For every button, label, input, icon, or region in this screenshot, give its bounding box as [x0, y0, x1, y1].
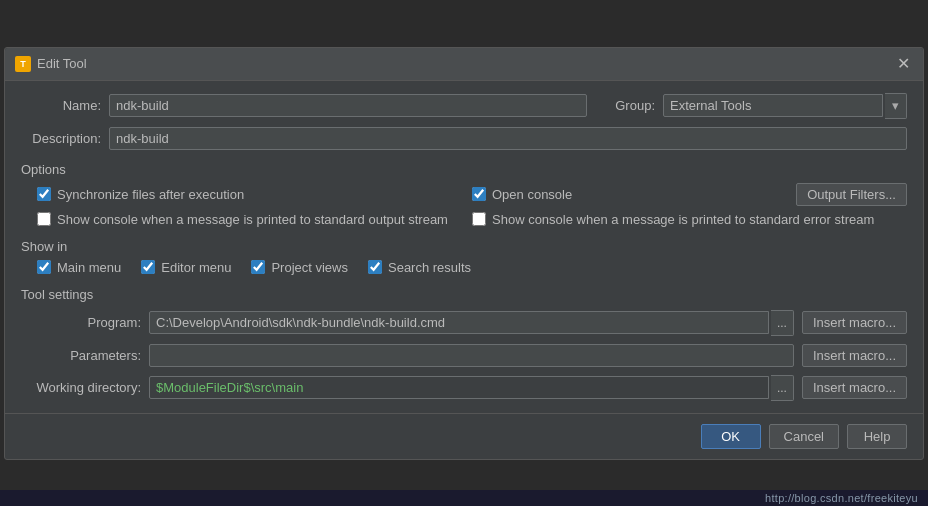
editor-menu-checkbox[interactable] — [141, 260, 155, 274]
editor-menu-item: Editor menu — [141, 260, 231, 275]
options-block: Synchronize files after execution Open c… — [21, 183, 907, 227]
working-dir-dots-button[interactable]: ... — [771, 375, 794, 401]
open-console-checkbox[interactable] — [472, 187, 486, 201]
program-input-wrap: ... — [149, 310, 794, 336]
tool-settings-section: Tool settings Program: ... Insert macro.… — [21, 283, 907, 401]
program-label: Program: — [21, 315, 141, 330]
ok-button[interactable]: OK — [701, 424, 761, 449]
show-console-stdout-label: Show console when a message is printed t… — [57, 212, 448, 227]
dialog-title: Edit Tool — [37, 56, 87, 71]
title-bar-left: T Edit Tool — [15, 56, 87, 72]
main-menu-item: Main menu — [37, 260, 121, 275]
help-button[interactable]: Help — [847, 424, 907, 449]
options-row-1: Synchronize files after execution Open c… — [37, 183, 907, 206]
dialog-icon: T — [15, 56, 31, 72]
group-label: Group: — [615, 98, 655, 113]
parameters-insert-macro-button[interactable]: Insert macro... — [802, 344, 907, 367]
tool-settings-title: Tool settings — [21, 287, 907, 302]
sync-files-checkbox-item: Synchronize files after execution — [37, 187, 472, 202]
parameters-row: Parameters: Insert macro... — [21, 344, 907, 367]
group-select[interactable]: External Tools — [663, 94, 883, 117]
project-views-label: Project views — [271, 260, 348, 275]
sync-files-checkbox[interactable] — [37, 187, 51, 201]
group-dropdown-arrow[interactable]: ▾ — [885, 93, 907, 119]
dialog-footer: OK Cancel Help — [5, 413, 923, 459]
close-button[interactable]: ✕ — [893, 54, 913, 74]
description-input[interactable] — [109, 127, 907, 150]
options-title: Options — [21, 162, 907, 177]
working-dir-row: Working directory: ... Insert macro... — [21, 375, 907, 401]
search-results-checkbox[interactable] — [368, 260, 382, 274]
working-dir-insert-macro-button[interactable]: Insert macro... — [802, 376, 907, 399]
program-row: Program: ... Insert macro... — [21, 310, 907, 336]
options-row-2: Show console when a message is printed t… — [37, 212, 907, 227]
sync-files-label: Synchronize files after execution — [57, 187, 244, 202]
show-console-stdout-item: Show console when a message is printed t… — [37, 212, 472, 227]
svg-text:T: T — [20, 59, 26, 69]
program-input[interactable] — [149, 311, 769, 334]
show-console-stderr-checkbox[interactable] — [472, 212, 486, 226]
options-col-left-1: Synchronize files after execution — [37, 187, 472, 202]
show-in-section: Show in Main menu Editor menu Project vi… — [21, 235, 907, 275]
parameters-input-wrap — [149, 344, 794, 367]
group-select-wrap: External Tools ▾ — [663, 93, 907, 119]
title-bar: T Edit Tool ✕ — [5, 48, 923, 81]
name-row: Name: Group: External Tools ▾ — [21, 93, 907, 119]
show-in-block: Main menu Editor menu Project views Sear… — [21, 260, 907, 275]
cancel-button[interactable]: Cancel — [769, 424, 839, 449]
search-results-item: Search results — [368, 260, 471, 275]
parameters-input[interactable] — [149, 344, 794, 367]
open-console-label: Open console — [492, 187, 572, 202]
main-menu-checkbox[interactable] — [37, 260, 51, 274]
project-views-item: Project views — [251, 260, 348, 275]
show-console-stdout-checkbox[interactable] — [37, 212, 51, 226]
show-in-title: Show in — [21, 239, 907, 254]
dialog-content: Name: Group: External Tools ▾ Descriptio… — [5, 81, 923, 413]
open-console-checkbox-item: Open console — [472, 187, 572, 202]
search-results-label: Search results — [388, 260, 471, 275]
main-menu-label: Main menu — [57, 260, 121, 275]
program-dots-button[interactable]: ... — [771, 310, 794, 336]
show-console-stderr-item: Show console when a message is printed t… — [472, 212, 907, 227]
name-label: Name: — [21, 98, 101, 113]
working-dir-input-wrap: ... — [149, 375, 794, 401]
name-input[interactable] — [109, 94, 587, 117]
working-dir-input[interactable] — [149, 376, 769, 399]
options-col-right-2: Show console when a message is printed t… — [472, 212, 907, 227]
working-dir-label: Working directory: — [21, 380, 141, 395]
options-col-left-2: Show console when a message is printed t… — [37, 212, 472, 227]
show-in-row: Main menu Editor menu Project views Sear… — [37, 260, 907, 275]
program-insert-macro-button[interactable]: Insert macro... — [802, 311, 907, 334]
description-row: Description: — [21, 127, 907, 150]
edit-tool-dialog: T Edit Tool ✕ Name: Group: External Tool… — [4, 47, 924, 460]
output-filters-button[interactable]: Output Filters... — [796, 183, 907, 206]
project-views-checkbox[interactable] — [251, 260, 265, 274]
description-label: Description: — [21, 131, 101, 146]
options-section: Options Synchronize files after executio… — [21, 158, 907, 227]
show-console-stderr-label: Show console when a message is printed t… — [492, 212, 874, 227]
options-col-right-1: Open console Output Filters... — [472, 183, 907, 206]
watermark: http://blog.csdn.net/freekiteyu — [0, 490, 928, 506]
editor-menu-label: Editor menu — [161, 260, 231, 275]
parameters-label: Parameters: — [21, 348, 141, 363]
